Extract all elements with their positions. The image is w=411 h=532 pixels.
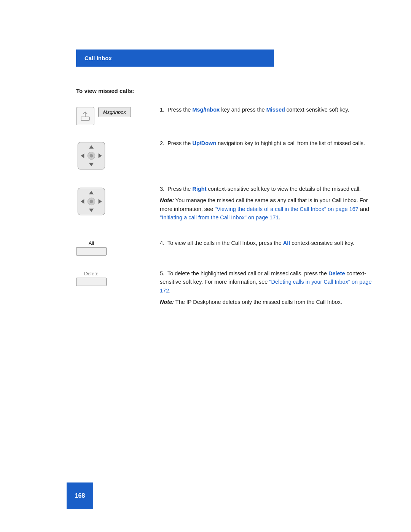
upload-icon bbox=[80, 111, 91, 121]
soft-key-all: All bbox=[76, 240, 107, 256]
soft-key-all-rect bbox=[76, 247, 107, 256]
step1-keyword1: Msg/Inbox bbox=[192, 107, 220, 113]
soft-key-all-label: All bbox=[89, 240, 94, 246]
step5-keyword: Delete bbox=[328, 270, 345, 276]
step-4-row: All 4. To view all the calls in the Call… bbox=[76, 239, 373, 256]
soft-key-delete-label: Delete bbox=[84, 271, 99, 276]
step-4-text: 4. To view all the calls in the Call Inb… bbox=[160, 239, 373, 250]
msg-inbox-key: Msg/Inbox bbox=[98, 107, 131, 117]
step3-keyword: Right bbox=[192, 186, 206, 192]
step-3-text: 3. Press the Right context-sensitive sof… bbox=[160, 185, 373, 225]
step-1-row: Msg/Inbox 1. Press the Msg/Inbox key and… bbox=[76, 105, 373, 125]
step-3-image bbox=[76, 185, 160, 217]
step-1-image: Msg/Inbox bbox=[76, 105, 160, 125]
step-5-image: Delete bbox=[76, 269, 160, 286]
svg-point-7 bbox=[90, 154, 93, 158]
nav-dpad-icon bbox=[76, 141, 107, 171]
upload-icon-box bbox=[76, 107, 94, 125]
step-4-image: All bbox=[76, 239, 160, 256]
soft-key-delete: Delete bbox=[76, 271, 107, 286]
step-2-row: 2. Press the Up/Down navigation key to h… bbox=[76, 139, 373, 171]
step-5-text: 5. To delete the highlighted missed call… bbox=[160, 269, 373, 310]
page-number: 168 bbox=[75, 492, 85, 499]
main-content: To view missed calls: Msg/Inbox 1. Press… bbox=[76, 88, 373, 323]
nav-dpad-icon-2 bbox=[76, 186, 107, 217]
step1-keyword2: Missed bbox=[266, 107, 285, 113]
step2-keyword: Up/Down bbox=[192, 140, 216, 146]
step-5-row: Delete 5. To delete the highlighted miss… bbox=[76, 269, 373, 310]
section-title: To view missed calls: bbox=[76, 88, 373, 94]
header-title: Call Inbox bbox=[84, 55, 112, 61]
header-banner: Call Inbox bbox=[76, 50, 274, 67]
step-2-image bbox=[76, 139, 160, 171]
svg-point-14 bbox=[90, 200, 93, 203]
step4-keyword: All bbox=[283, 240, 290, 246]
step3-link2[interactable]: "Initiating a call from the Call Inbox" … bbox=[160, 214, 279, 220]
page-badge: 168 bbox=[67, 482, 93, 509]
step5-note-label: Note: bbox=[160, 299, 174, 305]
soft-key-delete-rect bbox=[76, 278, 107, 286]
step-3-row: 3. Press the Right context-sensitive sof… bbox=[76, 185, 373, 225]
step5-link[interactable]: "Deleting calls in your Call Inbox" on p… bbox=[160, 279, 371, 293]
step3-note-label: Note: bbox=[160, 197, 174, 203]
svg-rect-0 bbox=[81, 117, 89, 120]
step-1-text: 1. Press the Msg/Inbox key and press the… bbox=[160, 105, 373, 117]
step3-link1[interactable]: "Viewing the details of a call in the Ca… bbox=[215, 206, 358, 212]
step-2-text: 2. Press the Up/Down navigation key to h… bbox=[160, 139, 373, 150]
